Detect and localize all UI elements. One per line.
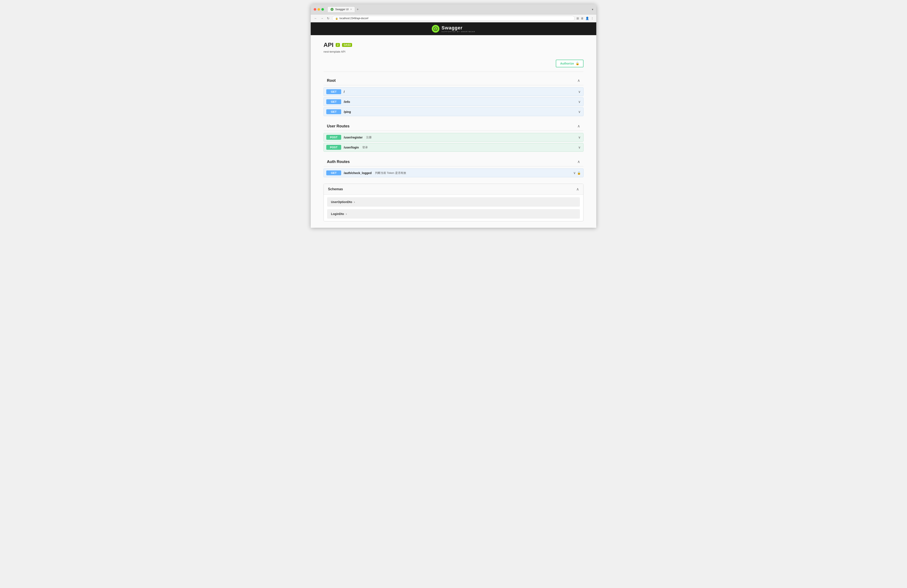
api-title-row: API 2 OAS3: [324, 42, 583, 48]
ssl-lock-icon: 🔒: [335, 17, 338, 20]
method-badge-get-auth: GET: [326, 170, 341, 175]
schema-expand-arrow-login: ›: [346, 212, 347, 216]
endpoint-path-register: /user/register: [344, 136, 363, 139]
endpoint-path-auth: /auth/check_logged: [344, 171, 372, 175]
swagger-logo-text: Swagger SUPPORTED BY SMARTBEAR: [442, 25, 475, 33]
endpoint-post-login-inner: POST /user/login 登录: [326, 145, 578, 150]
nav-bar: ← → ↻ 🔒 localhost:2349/api-docs#/ ⊞ 🖥 👤 …: [311, 14, 596, 22]
section-user-content: POST /user/register 注册 ∨ POST /user/logi…: [324, 131, 583, 154]
fullscreen-button[interactable]: [321, 8, 324, 11]
endpoint-desc-auth: 判断当前 Token 是否有效: [375, 171, 406, 175]
version-badge: 2: [336, 43, 340, 47]
section-user-title: User Routes: [327, 124, 349, 128]
section-auth-routes: Auth Routes ∧ GET /auth/check_logged 判断当…: [324, 157, 583, 179]
endpoint-info-chevron: ∨: [578, 100, 581, 104]
title-bar: S Swagger UI × + ▾: [311, 4, 596, 14]
method-badge-post-login: POST: [326, 145, 341, 150]
new-tab-button[interactable]: +: [356, 6, 359, 12]
tab-bar: S Swagger UI × +: [327, 6, 590, 12]
reload-button[interactable]: ↻: [326, 16, 330, 21]
oas-badge: OAS3: [342, 43, 352, 47]
swagger-brand-sub: SUPPORTED BY SMARTBEAR: [442, 31, 475, 33]
swagger-ui: {} Swagger SUPPORTED BY SMARTBEAR API 2 …: [311, 22, 596, 228]
endpoint-chevron: ∨: [578, 90, 581, 94]
endpoint-get-check-logged[interactable]: GET /auth/check_logged 判断当前 Token 是否有效 ∨…: [324, 168, 583, 177]
tab-close-button[interactable]: ×: [350, 8, 352, 11]
browser-window: S Swagger UI × + ▾ ← → ↻ 🔒 localhost:234…: [311, 4, 596, 228]
endpoint-post-register-inner: POST /user/register 注册: [326, 135, 578, 140]
endpoint-path-root: /: [344, 90, 345, 93]
endpoint-auth-lock-icon: 🔒: [577, 171, 581, 175]
section-root: Root ∧ GET / ∨ GET /info: [324, 76, 583, 118]
endpoint-auth-chevron: ∨: [573, 171, 576, 175]
endpoint-path-ping: /ping: [344, 110, 351, 114]
close-button[interactable]: [314, 8, 316, 11]
endpoint-path-login: /user/login: [344, 146, 359, 149]
address-text: localhost:2349/api-docs#/: [340, 17, 369, 20]
window-dropdown-icon: ▾: [592, 8, 593, 11]
endpoint-get-root-inner: GET /: [326, 89, 578, 94]
section-auth-header[interactable]: Auth Routes ∧: [324, 157, 583, 167]
section-user-header[interactable]: User Routes ∧: [324, 122, 583, 131]
desktop-icon[interactable]: 🖥: [581, 17, 584, 20]
tab-favicon: S: [330, 8, 333, 11]
user-icon[interactable]: 👤: [585, 17, 589, 20]
schema-item-user-option-dto[interactable]: UserOptionDto ›: [327, 197, 580, 207]
api-description: nest-template API: [324, 50, 583, 53]
endpoint-get-check-logged-inner: GET /auth/check_logged 判断当前 Token 是否有效: [326, 170, 573, 175]
method-badge-post-register: POST: [326, 135, 341, 140]
active-tab[interactable]: S Swagger UI ×: [327, 6, 355, 12]
menu-icon[interactable]: ⋮: [591, 17, 594, 20]
section-root-title: Root: [327, 79, 336, 83]
schemas-chevron: ∧: [576, 187, 579, 192]
swagger-brand-name: Swagger: [442, 25, 475, 31]
endpoint-get-info-inner: GET /info: [326, 99, 578, 104]
section-auth-content: GET /auth/check_logged 判断当前 Token 是否有效 ∨…: [324, 167, 583, 179]
endpoint-login-chevron: ∨: [578, 145, 581, 149]
authorize-btn-container: Authorize 🔓: [324, 60, 583, 72]
schema-name-user-option-dto: UserOptionDto: [331, 200, 352, 203]
endpoint-get-root[interactable]: GET / ∨: [324, 87, 583, 96]
authorize-lock-icon: 🔓: [575, 62, 579, 65]
section-auth-title: Auth Routes: [327, 160, 350, 164]
address-bar[interactable]: 🔒 localhost:2349/api-docs#/: [332, 16, 575, 21]
section-root-chevron: ∧: [577, 78, 580, 83]
swagger-content: API 2 OAS3 nest-template API Authorize 🔓…: [311, 35, 596, 228]
api-title: API: [324, 42, 333, 48]
tab-title: Swagger UI: [335, 8, 349, 11]
back-button[interactable]: ←: [313, 16, 318, 21]
forward-button[interactable]: →: [320, 16, 324, 21]
section-root-content: GET / ∨ GET /info ∨ GET: [324, 85, 583, 118]
swagger-logo: {} Swagger SUPPORTED BY SMARTBEAR: [432, 25, 475, 33]
endpoint-desc-login: 登录: [362, 146, 368, 149]
nav-right-actions: ⊞ 🖥 👤 ⋮: [577, 17, 594, 20]
section-user-chevron: ∧: [577, 124, 580, 128]
svg-text:{}: {}: [435, 28, 436, 30]
section-root-header[interactable]: Root ∧: [324, 76, 583, 85]
endpoint-desc-register: 注册: [366, 136, 372, 139]
endpoint-get-ping[interactable]: GET /ping ∨: [324, 107, 583, 116]
section-auth-chevron: ∧: [577, 159, 580, 164]
endpoint-ping-chevron: ∨: [578, 110, 581, 114]
endpoint-get-info[interactable]: GET /info ∨: [324, 97, 583, 106]
schemas-content: UserOptionDto › LoginDto ›: [324, 197, 583, 219]
endpoint-post-register[interactable]: POST /user/register 注册 ∨: [324, 133, 583, 142]
endpoint-auth-icons: ∨ 🔒: [573, 171, 581, 175]
translate-icon[interactable]: ⊞: [577, 17, 579, 20]
schemas-header[interactable]: Schemas ∧: [324, 184, 583, 195]
endpoint-path-info: /info: [344, 100, 350, 104]
swagger-logo-icon: {}: [432, 25, 439, 33]
endpoint-register-chevron: ∨: [578, 135, 581, 139]
minimize-button[interactable]: [317, 8, 320, 11]
schema-item-login-dto[interactable]: LoginDto ›: [327, 209, 580, 219]
schema-name-login-dto: LoginDto: [331, 212, 344, 216]
authorize-label: Authorize: [560, 62, 574, 65]
authorize-button[interactable]: Authorize 🔓: [556, 60, 583, 67]
endpoint-get-ping-inner: GET /ping: [326, 109, 578, 114]
section-user-routes: User Routes ∧ POST /user/register 注册 ∨: [324, 122, 583, 154]
endpoint-post-login[interactable]: POST /user/login 登录 ∨: [324, 143, 583, 152]
schema-expand-arrow-user-option: ›: [354, 200, 355, 203]
method-badge-get-info: GET: [326, 99, 341, 104]
schemas-section: Schemas ∧ UserOptionDto › LoginDto ›: [324, 184, 583, 221]
method-badge-get-ping: GET: [326, 109, 341, 114]
